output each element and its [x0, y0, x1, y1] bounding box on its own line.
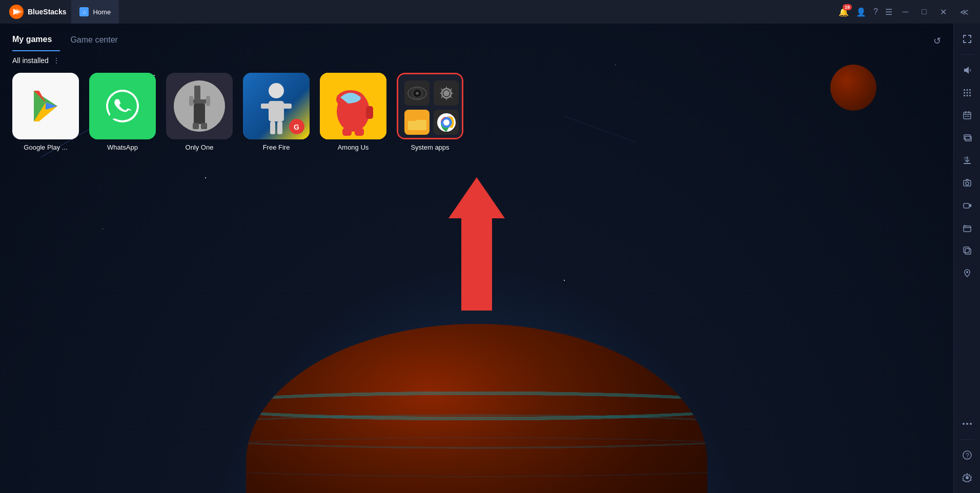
google-play-item[interactable]: Google Play Google Play ...	[12, 73, 79, 151]
svg-rect-13	[194, 104, 205, 124]
home-tab-icon: ⌂	[79, 7, 89, 16]
sidebar-screenshot-icon[interactable]	[958, 174, 976, 192]
svg-rect-56	[968, 111, 969, 113]
sidebar-help-icon[interactable]: ?	[958, 446, 976, 464]
svg-rect-52	[966, 95, 968, 96]
svg-rect-68	[964, 247, 969, 253]
nav-bar: My games Game center ↺	[0, 24, 953, 51]
svg-rect-16	[189, 96, 193, 106]
svg-point-44	[443, 119, 450, 126]
sidebar-folder-icon[interactable]	[958, 219, 976, 237]
content-area: My games Game center ↺ All installed ⋮	[0, 24, 953, 493]
free-fire-label: Free Fire	[263, 143, 290, 151]
home-tab[interactable]: ⌂ Home	[71, 0, 119, 24]
svg-rect-69	[965, 249, 971, 254]
system-apps-item[interactable]: System apps	[397, 73, 463, 151]
sidebar-divider-1	[960, 54, 974, 55]
svg-rect-47	[969, 89, 971, 91]
svg-rect-24	[277, 121, 282, 134]
sys-icon-camera	[404, 80, 430, 106]
main-layout: My games Game center ↺ All installed ⋮	[0, 24, 980, 493]
planet-ring-3	[246, 437, 707, 477]
sidebar-settings-icon[interactable]	[958, 468, 976, 487]
section-header: All installed ⋮	[12, 56, 941, 65]
svg-rect-59	[968, 116, 969, 117]
sidebar-apk-icon[interactable]: APK	[958, 151, 976, 170]
game-center-tab[interactable]: Game center	[70, 31, 126, 51]
help-icon[interactable]: ?	[873, 7, 878, 16]
sidebar-clone-icon[interactable]	[958, 241, 976, 260]
svg-rect-53	[969, 95, 971, 96]
svg-rect-41	[408, 118, 416, 121]
only-one-icon	[166, 73, 233, 139]
main-planet	[246, 324, 707, 493]
close-button[interactable]: ✕	[937, 7, 950, 17]
svg-text:G: G	[294, 123, 299, 131]
sidebar-expand-icon[interactable]	[958, 30, 976, 48]
svg-point-70	[966, 271, 968, 273]
instruction-arrow	[448, 177, 505, 311]
among-us-item[interactable]: Among Us	[320, 73, 386, 151]
logo-area: BlueStacks	[4, 5, 71, 19]
sidebar-more-icon[interactable]	[958, 415, 976, 433]
svg-rect-46	[966, 89, 968, 91]
title-bar-right: 🔔 19 👤 ? ☰ ─ □ ✕ ≪	[839, 7, 976, 17]
bluestacks-logo	[9, 5, 24, 19]
back-button[interactable]: ≪	[957, 7, 972, 17]
svg-point-37	[443, 90, 450, 96]
only-one-item[interactable]: Only One	[166, 73, 233, 151]
svg-rect-40	[408, 120, 426, 130]
svg-rect-11	[194, 86, 200, 101]
svg-rect-48	[964, 92, 965, 94]
games-section: All installed ⋮ Google Play	[0, 51, 953, 159]
title-bar-left: BlueStacks ⌂ Home	[4, 0, 119, 24]
maximize-button[interactable]: □	[918, 7, 930, 16]
svg-point-71	[963, 423, 965, 425]
svg-rect-49	[966, 92, 968, 94]
svg-rect-20	[269, 101, 284, 121]
svg-rect-31	[355, 128, 364, 136]
whatsapp-label: WhatsApp	[107, 143, 138, 151]
refresh-button[interactable]: ↺	[933, 35, 941, 47]
svg-point-65	[966, 182, 969, 185]
planet-ring-2	[246, 414, 707, 448]
svg-rect-30	[342, 128, 352, 136]
svg-rect-45	[964, 89, 965, 91]
planet-ring-1	[246, 392, 707, 421]
sidebar-location-icon[interactable]	[958, 264, 976, 282]
notification-icon[interactable]: 🔔 19	[839, 7, 849, 17]
among-us-icon	[320, 73, 386, 139]
svg-rect-55	[965, 111, 966, 113]
svg-point-35	[416, 92, 419, 95]
svg-rect-50	[969, 92, 971, 94]
sidebar-calendar-icon[interactable]	[958, 106, 976, 125]
google-play-icon: Google Play	[12, 73, 79, 139]
whatsapp-item[interactable]: WhatsApp	[89, 73, 156, 151]
svg-rect-57	[965, 116, 966, 117]
sidebar-video-icon[interactable]	[958, 196, 976, 215]
svg-rect-67	[964, 226, 971, 232]
menu-icon[interactable]: ☰	[885, 7, 892, 17]
svg-text:?: ?	[966, 452, 969, 459]
my-games-tab[interactable]: My games	[12, 31, 60, 51]
svg-rect-58	[967, 116, 968, 117]
svg-point-76	[966, 476, 969, 479]
title-bar: BlueStacks ⌂ Home 🔔 19 👤 ? ☰ ─ □ ✕ ≪	[0, 0, 980, 24]
svg-rect-21	[261, 104, 270, 109]
sidebar-divider-2	[960, 439, 974, 440]
free-fire-item[interactable]: G Free Fire	[243, 73, 310, 151]
whatsapp-icon	[89, 73, 156, 139]
right-sidebar: APK	[953, 24, 980, 493]
svg-rect-17	[206, 96, 210, 106]
svg-rect-62	[964, 163, 971, 164]
svg-rect-54	[964, 112, 971, 119]
minimize-button[interactable]: ─	[900, 7, 911, 16]
account-icon[interactable]: 👤	[856, 7, 866, 17]
svg-rect-66	[964, 203, 969, 208]
sidebar-layers-icon[interactable]	[958, 129, 976, 147]
svg-point-19	[269, 83, 284, 98]
svg-rect-12	[192, 99, 207, 104]
sidebar-volume-icon[interactable]	[958, 61, 976, 79]
sidebar-dotted-icon[interactable]	[958, 84, 976, 102]
section-menu-icon[interactable]: ⋮	[53, 56, 60, 65]
